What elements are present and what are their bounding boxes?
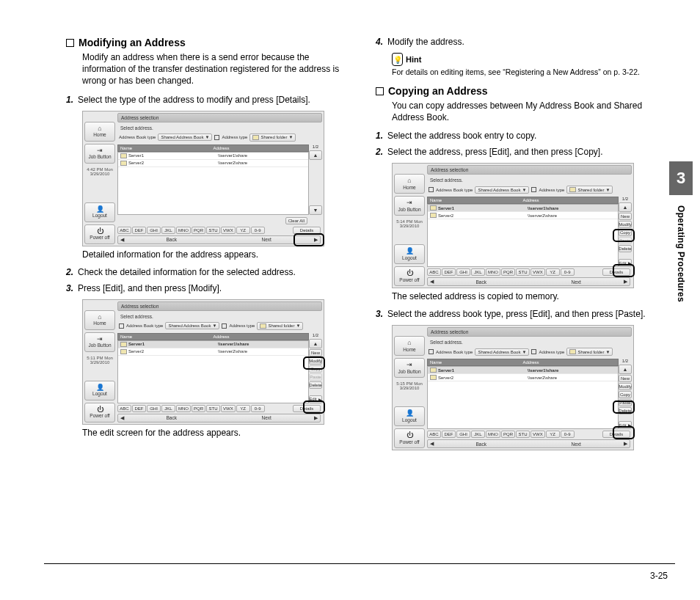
table-row[interactable]: Server1\\server1\share — [428, 205, 618, 212]
scroll-up[interactable]: ▲ — [309, 339, 322, 348]
alpha-ABC[interactable]: ABC — [427, 268, 441, 276]
alpha-ABC[interactable]: ABC — [117, 227, 131, 234]
nav-next[interactable]: Next — [219, 415, 315, 420]
side-job[interactable]: ⇥Job Button — [394, 196, 425, 216]
alpha-STU[interactable]: STU — [206, 405, 220, 412]
side-home[interactable]: ⌂Home — [394, 174, 425, 194]
nav-back[interactable]: Back — [434, 279, 529, 285]
dropdown-addrtype[interactable]: Shared folder▼ — [249, 133, 296, 142]
details-button[interactable]: Details — [602, 268, 630, 276]
side-power[interactable]: ⏻Power off — [84, 224, 115, 244]
alpha-PQR[interactable]: PQR — [192, 405, 205, 412]
alpha-DEF[interactable]: DEF — [132, 405, 146, 412]
checkbox-book[interactable] — [429, 187, 434, 192]
alpha-JKL[interactable]: JKL — [161, 405, 175, 412]
alpha-DEF[interactable]: DEF — [132, 227, 146, 234]
alpha-PQR[interactable]: PQR — [192, 227, 205, 234]
side-power[interactable]: ⏻Power off — [394, 428, 425, 448]
checkbox-addrtype[interactable] — [222, 323, 227, 329]
table-row[interactable]: Server2\\server2\share — [428, 212, 618, 219]
alpha-GHI[interactable]: GHI — [147, 227, 161, 234]
alpha-JKL[interactable]: JKL — [161, 227, 175, 234]
alpha-JKL[interactable]: JKL — [471, 268, 485, 276]
edit-button[interactable]: Edit ▶ — [619, 421, 632, 429]
new-button[interactable]: New — [309, 349, 322, 356]
side-logout[interactable]: 👤Logout — [84, 381, 115, 400]
nav-next[interactable]: Next — [529, 442, 624, 447]
details-button[interactable]: Details — [602, 431, 630, 438]
alpha-ABC[interactable]: ABC — [117, 405, 131, 412]
new-button[interactable]: New — [619, 375, 632, 382]
alpha-MNO[interactable]: MNO — [176, 405, 191, 412]
dropdown-book[interactable]: Shared Address Book▼ — [475, 348, 529, 356]
dropdown-addrtype[interactable]: Shared folder▼ — [257, 322, 303, 330]
side-power[interactable]: ⏻Power off — [394, 266, 425, 286]
alpha-GHI[interactable]: GHI — [456, 268, 470, 276]
nav-next-arrow[interactable]: ▶ — [314, 237, 318, 243]
table-row[interactable]: Server2\\server2\share — [118, 160, 308, 167]
table-row[interactable]: Server1\\server1\share — [118, 341, 308, 348]
side-power[interactable]: ⏻Power off — [84, 403, 115, 422]
scroll-down[interactable]: ▼ — [309, 205, 322, 215]
modify-button[interactable]: Modify — [619, 221, 632, 228]
new-button[interactable]: New — [619, 213, 632, 220]
table-row[interactable]: Server2\\server2\share — [118, 348, 308, 356]
alpha-VWX[interactable]: VWX — [221, 227, 236, 234]
side-job[interactable]: ⇥Job Button — [394, 358, 425, 378]
scroll-up[interactable]: ▲ — [309, 150, 322, 160]
alpha-YZ[interactable]: YZ — [546, 268, 560, 276]
alpha-YZ[interactable]: YZ — [236, 227, 250, 234]
checkbox-book[interactable] — [119, 323, 124, 329]
nav-back[interactable]: Back — [434, 442, 529, 447]
dropdown-book[interactable]: Shared Address Book▼ — [158, 133, 212, 141]
dropdown-addrtype[interactable]: Shared folder▼ — [566, 348, 613, 356]
alpha-09[interactable]: 0-9 — [561, 268, 575, 276]
edit-button[interactable]: Edit ▶ — [619, 259, 632, 267]
alpha-VWX[interactable]: VWX — [531, 431, 545, 438]
scroll-up[interactable]: ▲ — [619, 202, 632, 212]
alpha-PQR[interactable]: PQR — [501, 268, 515, 276]
nav-next-arrow[interactable]: ▶ — [624, 279, 627, 285]
alpha-YZ[interactable]: YZ — [546, 431, 560, 438]
edit-button[interactable]: Edit ▶ — [309, 395, 322, 403]
alpha-ABC[interactable]: ABC — [427, 431, 441, 438]
side-logout[interactable]: 👤Logout — [84, 202, 115, 222]
dropdown-book[interactable]: Shared Address Book▼ — [165, 322, 219, 329]
details-button[interactable]: Details — [293, 227, 321, 234]
checkbox-addrtype[interactable] — [531, 349, 536, 354]
alpha-09[interactable]: 0-9 — [251, 405, 265, 412]
checkbox-addrtype[interactable] — [214, 135, 219, 140]
alpha-YZ[interactable]: YZ — [236, 405, 250, 412]
alpha-09[interactable]: 0-9 — [561, 431, 575, 438]
alpha-VWX[interactable]: VWX — [221, 405, 236, 412]
modify-button[interactable]: Modify — [309, 357, 322, 365]
alpha-VWX[interactable]: VWX — [531, 268, 545, 276]
alpha-JKL[interactable]: JKL — [471, 431, 485, 438]
nav-next[interactable]: Next — [529, 279, 624, 285]
side-home[interactable]: ⌂Home — [394, 336, 425, 356]
copy-button[interactable]: Copy — [619, 229, 632, 236]
table-row[interactable]: Server2\\server2\share — [428, 374, 618, 381]
alpha-09[interactable]: 0-9 — [251, 227, 265, 234]
nav-back[interactable]: Back — [124, 415, 219, 420]
nav-back[interactable]: Back — [124, 237, 219, 242]
nav-next-arrow[interactable]: ▶ — [314, 415, 318, 421]
alpha-STU[interactable]: STU — [516, 431, 530, 438]
alpha-GHI[interactable]: GHI — [456, 431, 470, 438]
alpha-MNO[interactable]: MNO — [486, 431, 500, 438]
nav-next-arrow[interactable]: ▶ — [624, 441, 627, 447]
delete-button[interactable]: Delete — [309, 381, 322, 389]
side-home[interactable]: ⌂Home — [84, 310, 115, 330]
paste-button[interactable]: Paste — [619, 399, 632, 406]
side-logout[interactable]: 👤Logout — [394, 406, 425, 426]
side-job[interactable]: ⇥Job Button — [84, 144, 115, 164]
nav-next[interactable]: Next — [219, 237, 315, 242]
delete-button[interactable]: Delete — [619, 407, 632, 414]
side-logout[interactable]: 👤Logout — [394, 244, 425, 264]
alpha-DEF[interactable]: DEF — [442, 431, 456, 438]
alpha-MNO[interactable]: MNO — [486, 268, 500, 276]
details-button[interactable]: Details — [293, 405, 321, 412]
alpha-MNO[interactable]: MNO — [176, 227, 191, 234]
side-home[interactable]: ⌂Home — [84, 122, 115, 142]
checkbox-book[interactable] — [429, 349, 434, 354]
